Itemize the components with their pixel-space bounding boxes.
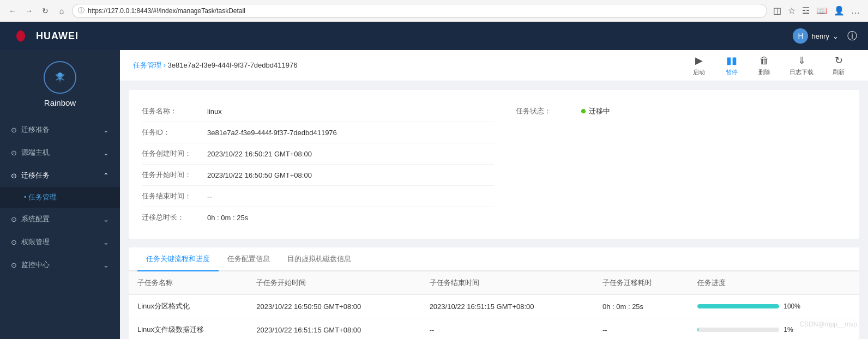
task-end-value: --	[207, 192, 494, 201]
subtask-duration-2: --	[594, 318, 689, 339]
address-bar[interactable]: ⓘ https://127.0.0.1:8443/#!/index/manage…	[72, 4, 767, 18]
sidebar-logo-area: Rainbow	[44, 61, 76, 107]
top-navigation: HUAWEI H henry ⌄ ⓘ	[0, 22, 868, 50]
secure-icon: ⓘ	[78, 6, 85, 15]
content-toolbar: 任务管理 › 3e81e7a2-f3e9-444f-9f37-7dedbd411…	[120, 50, 868, 81]
breadcrumb-current: 3e81e7a2-f3e9-444f-9f37-7dedbd411976	[168, 61, 298, 69]
browser-toolbar: ◫ ☆ ☲ 📖 👤 …	[771, 4, 861, 17]
progress-bar-fill-2	[697, 328, 698, 332]
progress-bar-bg-2	[697, 328, 779, 332]
sidebar-item-system-config[interactable]: ⊙ 系统配置 ⌄	[0, 208, 120, 231]
migration-duration-row: 迁移总时长： 0h : 0m : 25s	[142, 207, 494, 228]
sidebar-label-system-config: 系统配置	[21, 214, 50, 224]
download-icon: ⇓	[798, 55, 806, 66]
start-button[interactable]: ▶ 启动	[683, 50, 715, 81]
task-name-row: 任务名称： linux	[142, 101, 494, 122]
sidebar: Rainbow ⊙ 迁移准备 ⌄ ⊙ 源端主机 ⌄	[0, 50, 120, 339]
back-button[interactable]: ←	[7, 5, 19, 17]
task-create-label: 任务创建时间：	[142, 149, 207, 159]
subtask-duration-1: 0h : 0m : 25s	[594, 295, 689, 318]
bookmark-icon[interactable]: ☆	[786, 4, 797, 17]
permission-icon: ⊙	[11, 238, 17, 246]
watermark: CSDN@mpp__mvp	[799, 320, 857, 328]
user-menu[interactable]: H henry ⌄	[793, 28, 839, 44]
progress-text-1: 100%	[783, 302, 800, 310]
tab-target-disk[interactable]: 目的虚拟机磁盘信息	[279, 247, 360, 271]
delete-button[interactable]: 🗑 删除	[748, 51, 781, 81]
monitor-icon: ⊙	[11, 261, 17, 269]
sidebar-item-migration-prep[interactable]: ⊙ 迁移准备 ⌄	[0, 118, 120, 141]
breadcrumb: 任务管理 › 3e81e7a2-f3e9-444f-9f37-7dedbd411…	[133, 60, 683, 70]
main-layout: Rainbow ⊙ 迁移准备 ⌄ ⊙ 源端主机 ⌄	[0, 50, 868, 339]
sidebar-item-permission-mgmt[interactable]: ⊙ 权限管理 ⌄	[0, 231, 120, 253]
refresh-icon: ↻	[835, 55, 843, 66]
browser-chrome: ← → ↻ ⌂ ⓘ https://127.0.0.1:8443/#!/inde…	[0, 0, 868, 22]
task-id-label: 任务ID：	[142, 128, 207, 137]
url-text: https://127.0.0.1:8443/#!/index/manageTa…	[88, 7, 245, 15]
refresh-button[interactable]: ↻ 刷新	[822, 50, 855, 81]
chevron-up-icon: ⌃	[103, 172, 109, 180]
chevron-down-icon-3: ⌄	[103, 215, 109, 223]
status-text: 迁移中	[589, 106, 610, 116]
split-view-icon[interactable]: ◫	[771, 4, 783, 17]
delete-icon: 🗑	[760, 55, 769, 66]
migration-prep-icon: ⊙	[11, 126, 17, 134]
sidebar-label-source-host: 源端主机	[21, 148, 50, 158]
table-area: 子任务名称 子任务开始时间 子任务结束时间 子任务迁移耗时 任务进度 Linux…	[129, 271, 859, 339]
source-host-icon: ⊙	[11, 149, 17, 157]
migration-task-submenu: 任务管理	[0, 187, 120, 208]
subtask-start-1: 2023/10/22 16:50:50 GMT+08:00	[248, 295, 420, 318]
chevron-down-icon-5: ⌄	[103, 261, 109, 269]
col-progress: 任务进度	[689, 271, 859, 295]
collections-icon[interactable]: ☲	[800, 4, 811, 17]
sidebar-item-source-host[interactable]: ⊙ 源端主机 ⌄	[0, 141, 120, 164]
sidebar-item-migration-task[interactable]: ⊙ 迁移任务 ⌃	[0, 164, 120, 187]
detail-right: 任务状态： 迁移中	[494, 101, 846, 228]
tab-task-config[interactable]: 任务配置信息	[219, 247, 279, 271]
table-row: Linux分区格式化 2023/10/22 16:50:50 GMT+08:00…	[129, 295, 859, 318]
chevron-down-icon: ⌄	[103, 126, 109, 134]
sidebar-app-icon	[44, 61, 76, 94]
subtask-end-1: 2023/10/22 16:51:15 GMT+08:00	[421, 295, 594, 318]
system-config-icon: ⊙	[11, 215, 17, 223]
migration-duration-label: 迁移总时长：	[142, 213, 207, 222]
read-icon[interactable]: 📖	[815, 4, 829, 17]
detail-card: 任务名称： linux 任务ID： 3e81e7a2-f3e9-444f-9f3…	[129, 90, 859, 239]
task-end-row: 任务结束时间： --	[142, 186, 494, 207]
sidebar-item-task-management[interactable]: 任务管理	[0, 187, 120, 208]
pause-label: 暂停	[726, 68, 738, 76]
home-button[interactable]: ⌂	[56, 5, 68, 17]
col-duration: 子任务迁移耗时	[594, 271, 689, 295]
chevron-down-icon-4: ⌄	[103, 238, 109, 246]
tabs-header: 任务关键流程和进度 任务配置信息 目的虚拟机磁盘信息	[129, 247, 859, 271]
toolbar-actions: ▶ 启动 ▮▮ 暂停 🗑 删除 ⇓ 日志下载 ↻ 刷新	[683, 50, 855, 81]
task-name-value: linux	[207, 107, 494, 116]
forward-button[interactable]: →	[23, 5, 35, 17]
progress-bar-bg-1	[697, 304, 779, 308]
tab-key-process[interactable]: 任务关键流程和进度	[137, 247, 219, 271]
task-status-label: 任务状态：	[516, 106, 581, 116]
user-avatar: H	[793, 28, 808, 44]
sidebar-app-name: Rainbow	[44, 98, 76, 107]
sidebar-item-monitor-center[interactable]: ⊙ 监控中心 ⌄	[0, 253, 120, 276]
migration-task-icon: ⊙	[11, 172, 17, 180]
progress-bar-fill-1	[697, 304, 779, 308]
username: henry	[811, 32, 829, 40]
sidebar-label-permission: 权限管理	[21, 237, 50, 247]
help-icon[interactable]: ⓘ	[847, 29, 857, 43]
breadcrumb-parent[interactable]: 任务管理	[133, 61, 161, 69]
log-download-button[interactable]: ⇓ 日志下载	[781, 50, 822, 81]
pause-button[interactable]: ▮▮ 暂停	[715, 50, 748, 81]
task-start-value: 2023/10/22 16:50:50 GMT+08:00	[207, 171, 494, 179]
detail-grid: 任务名称： linux 任务ID： 3e81e7a2-f3e9-444f-9f3…	[142, 101, 846, 228]
task-start-row: 任务开始时间： 2023/10/22 16:50:50 GMT+08:00	[142, 165, 494, 186]
profile-icon[interactable]: 👤	[832, 4, 846, 17]
reload-button[interactable]: ↻	[39, 5, 51, 17]
task-end-label: 任务结束时间：	[142, 191, 207, 201]
settings-icon[interactable]: …	[849, 4, 861, 17]
task-status-value: 迁移中	[581, 106, 846, 116]
table-header: 子任务名称 子任务开始时间 子任务结束时间 子任务迁移耗时 任务进度	[129, 271, 859, 295]
table-body: Linux分区格式化 2023/10/22 16:50:50 GMT+08:00…	[129, 295, 859, 339]
user-dropdown-icon: ⌄	[833, 32, 839, 40]
task-status-row: 任务状态： 迁移中	[516, 101, 846, 122]
